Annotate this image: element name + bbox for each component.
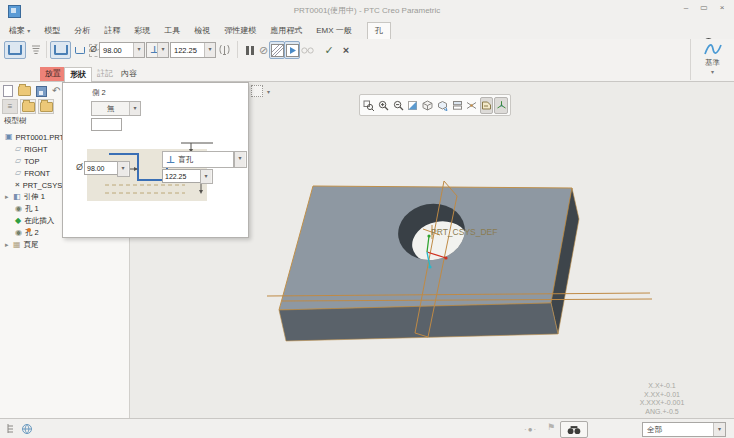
csys-label[interactable]: PRT_CSYS_DEF	[431, 227, 497, 237]
corner-caret-icon[interactable]: ▾	[267, 88, 270, 95]
tree-item-insert-here[interactable]: ◆在此插入	[15, 215, 54, 227]
minimize-button[interactable]: –	[680, 3, 692, 12]
tab-file[interactable]: 檔案 ▾	[2, 23, 37, 39]
saved-orientations-button[interactable]	[436, 97, 450, 114]
graphics-corner-toggle[interactable]: ▾	[251, 85, 270, 97]
view-manager-button[interactable]	[450, 97, 464, 114]
rectangle-profile-button[interactable]	[50, 41, 71, 59]
lightweight-hole-icon	[219, 44, 230, 56]
depth-type-caret[interactable]: ▾	[234, 151, 247, 168]
panel-tab-shape[interactable]: 形狀	[64, 67, 92, 82]
threaded-hole-icon	[30, 44, 42, 56]
standard-profile-button[interactable]	[71, 41, 88, 59]
tree-item-front-plane[interactable]: ▱FRONT	[15, 167, 50, 179]
close-button[interactable]: ×	[716, 3, 728, 12]
notification-flag-icon[interactable]: ⚑	[547, 422, 555, 432]
annotation-display-button[interactable]	[480, 97, 494, 114]
datum-caret-icon[interactable]: ▾	[691, 68, 734, 75]
display-style-button[interactable]	[421, 97, 435, 114]
diameter-combo[interactable]: 98.00 ▾	[99, 42, 145, 58]
zoom-in-button[interactable]	[377, 97, 391, 114]
tab-analysis[interactable]: 分析	[67, 23, 97, 39]
datum-display-icon	[466, 100, 477, 111]
side2-caret-icon[interactable]: ▾	[129, 102, 140, 115]
save-icon[interactable]	[36, 86, 47, 97]
ok-button[interactable]: ✓	[320, 41, 338, 59]
datum-display-button[interactable]	[465, 97, 479, 114]
tab-applications[interactable]: 應用程式	[263, 23, 309, 39]
profile-depth-field[interactable]: 122.25	[162, 169, 204, 183]
unattached-preview-button[interactable]	[269, 41, 285, 59]
panel-tab-notes[interactable]: 註記	[92, 67, 118, 81]
profile-diameter-field[interactable]: 98.00	[84, 161, 121, 175]
standard-hole-button[interactable]	[26, 41, 45, 59]
find-button[interactable]	[560, 421, 588, 438]
profile-diameter-caret[interactable]: ▾	[117, 161, 130, 177]
model-tree-toggle-icon[interactable]	[6, 423, 17, 434]
panel-tab-properties[interactable]: 內容	[116, 67, 142, 81]
tab-hole-active[interactable]: 孔	[367, 22, 391, 40]
side2-combo[interactable]: 無 ▾	[91, 101, 141, 116]
folder-browser-button[interactable]	[20, 99, 36, 114]
selection-filter-select[interactable]: 全部 ▾	[642, 422, 726, 437]
depth-option-caret-icon[interactable]: ▾	[157, 43, 168, 57]
status-bar: ·●· ⚑ 全部 ▾	[0, 418, 734, 438]
tree-item-hole2[interactable]: ◉孔 2	[15, 227, 39, 239]
tree-item-extrude[interactable]: ▸◧引伸 1	[5, 191, 45, 203]
tree-item-part[interactable]: ▣PRT0001.PRT	[5, 131, 64, 143]
depth-caret-icon[interactable]: ▾	[204, 43, 215, 57]
cancel-icon: ×	[343, 44, 349, 56]
side2-label: 側 2	[92, 88, 106, 98]
new-file-icon[interactable]	[3, 85, 13, 97]
refit-button[interactable]	[362, 97, 376, 114]
filter-caret-icon[interactable]: ▾	[713, 423, 725, 436]
undo-icon[interactable]: ↶	[52, 86, 60, 96]
zoom-out-button[interactable]	[391, 97, 405, 114]
extrude-icon: ◧	[13, 193, 21, 201]
tab-view[interactable]: 檢視	[187, 23, 217, 39]
binoculars-icon	[567, 425, 581, 435]
tree-item-right-plane[interactable]: ▱RIGHT	[15, 143, 48, 155]
tree-item-top-plane[interactable]: ▱TOP	[15, 155, 39, 167]
depth-value-combo[interactable]: 122.25 ▾	[170, 42, 216, 58]
lightweight-hole-button[interactable]	[216, 41, 233, 59]
plate-front-face[interactable]	[279, 303, 558, 341]
tab-model[interactable]: 模型	[37, 23, 67, 39]
tab-tools[interactable]: 工具	[157, 23, 187, 39]
diameter-caret-icon[interactable]: ▾	[133, 43, 144, 57]
model-viewport[interactable]: PRT_CSYS_DEF	[230, 140, 670, 370]
restore-button[interactable]: ▭	[698, 3, 710, 12]
graphics-toolbar	[359, 94, 511, 116]
rectangle-profile-icon	[54, 45, 68, 55]
favorites-button[interactable]	[38, 99, 54, 114]
tab-emx-general[interactable]: EMX 一般	[309, 23, 359, 39]
web-browser-toggle-icon[interactable]	[21, 423, 33, 435]
cancel-button[interactable]: ×	[338, 41, 354, 59]
diameter-value: 98.00	[100, 46, 133, 55]
tab-render[interactable]: 彩現	[127, 23, 157, 39]
zoom-out-icon	[393, 100, 404, 111]
tab-annotate[interactable]: 註釋	[97, 23, 127, 39]
repaint-button[interactable]	[406, 97, 420, 114]
spin-center-button[interactable]	[494, 97, 508, 114]
tab-flexible-modeling[interactable]: 彈性建模	[217, 23, 263, 39]
model-tree-tab-button[interactable]: ≡	[2, 99, 18, 114]
expand-icon[interactable]: ▸	[5, 241, 10, 249]
display-grid-icon[interactable]	[251, 85, 263, 97]
play-preview-icon	[286, 44, 299, 57]
side2-depth-field[interactable]	[91, 118, 122, 131]
attached-preview-button[interactable]	[284, 41, 300, 59]
datum-spline-icon[interactable]	[703, 42, 723, 57]
tree-item-hole1[interactable]: ◉孔 1	[15, 203, 39, 215]
verify-button[interactable]	[299, 41, 316, 59]
profile-depth-caret[interactable]: ▾	[200, 169, 213, 184]
open-file-icon[interactable]	[18, 86, 31, 96]
datum-group-label[interactable]: 基準	[691, 58, 734, 68]
tree-item-footer[interactable]: ▸▦頁尾	[5, 239, 39, 251]
expand-icon[interactable]: ▸	[5, 193, 10, 201]
panel-tab-placement[interactable]: 放置	[40, 67, 66, 81]
depth-option-combo[interactable]: ⊥ ▾	[146, 42, 169, 58]
simple-hole-button[interactable]	[4, 41, 26, 59]
selection-filter-value: 全部	[643, 425, 713, 435]
depth-type-combo[interactable]: ⊥ 盲孔	[162, 151, 234, 168]
